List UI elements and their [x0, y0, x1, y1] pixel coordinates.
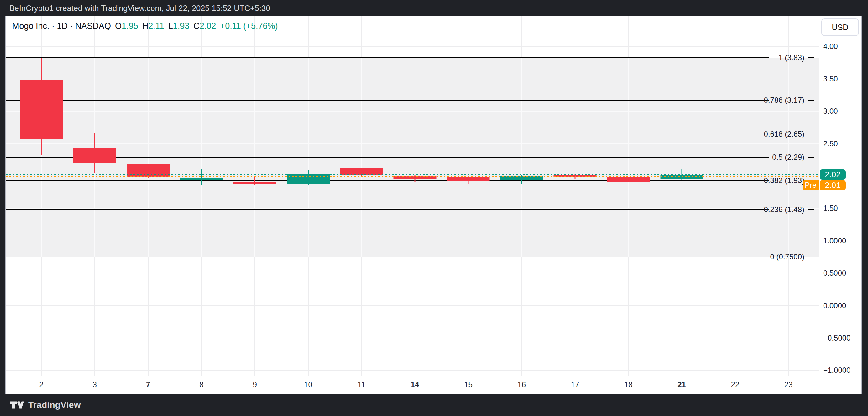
symbol-title: Mogo Inc. · 1D · NASDAQ [12, 21, 111, 31]
horizontal-gridline-band [6, 208, 819, 209]
tradingview-snapshot: BeInCrypto1 created with TradingView.com… [0, 0, 868, 416]
candle-body [607, 177, 650, 182]
horizontal-gridline-band [6, 111, 819, 111]
ohlc-close: C2.02 [193, 21, 216, 31]
time-axis-label: 10 [304, 380, 312, 389]
price-axis-label: −0.5000 [823, 333, 850, 342]
price-axis-label: 4.00 [823, 42, 838, 51]
fib-level-tick [808, 257, 814, 257]
time-axis-label: 23 [784, 380, 793, 389]
price-axis-label: 1.0000 [823, 236, 846, 245]
attribution-bar: BeInCrypto1 created with TradingView.com… [0, 0, 868, 16]
time-axis-label: 15 [464, 380, 472, 389]
price-axis-label: 1.50 [823, 204, 838, 213]
last-price-badge[interactable]: 2.02 [820, 169, 846, 180]
chart-legend: Mogo Inc. · 1D · NASDAQ O1.95 H2.11 L1.9… [12, 21, 278, 31]
time-axis-label: 7 [146, 380, 150, 389]
ohlc-open: O1.95 [115, 21, 138, 31]
fib-level-label: 1 (3.83) [778, 53, 814, 62]
candle-body [500, 176, 543, 181]
chart-card: Mogo Inc. · 1D · NASDAQ O1.95 H2.11 L1.9… [6, 16, 861, 394]
price-chart-plot[interactable]: Mogo Inc. · 1D · NASDAQ O1.95 H2.11 L1.9… [6, 16, 819, 376]
time-axis-label: 16 [517, 380, 526, 389]
candle-body [73, 148, 116, 162]
fib-level-line[interactable] [6, 157, 769, 158]
attribution-text: BeInCrypto1 created with TradingView.com… [9, 4, 271, 13]
fib-level-tick [808, 134, 814, 134]
candle-body [447, 177, 490, 181]
horizontal-gridline-band [6, 241, 819, 241]
time-axis-label: 14 [411, 380, 419, 389]
fib-level-text: 0.786 (3.17) [764, 96, 804, 105]
fib-level-line[interactable] [6, 134, 769, 134]
price-axis-label: 2.50 [823, 139, 838, 148]
fib-level-label: 0 (0.7500) [770, 253, 814, 261]
fib-level-text: 0.5 (2.29) [772, 153, 804, 162]
candle-body [127, 164, 169, 177]
price-axis-label: 3.50 [823, 74, 838, 83]
fib-level-tick [808, 57, 814, 58]
price-axis-label: 0.0000 [823, 301, 846, 310]
candle-body [234, 182, 276, 184]
time-axis-label: 17 [571, 380, 580, 389]
currency-toggle-button[interactable]: USD [821, 19, 859, 36]
premarket-tag-badge[interactable]: Pre [803, 180, 819, 190]
fib-level-label: 0.236 (1.48) [764, 205, 814, 214]
fib-level-line[interactable] [6, 257, 769, 257]
premarket-price-badge[interactable]: 2.01 [820, 180, 846, 190]
footer-brand[interactable]: TradingView [28, 400, 81, 410]
fib-level-text: 0.382 (1.93) [764, 176, 804, 185]
time-axis-label: 8 [199, 380, 204, 389]
fib-level-text: 1 (3.83) [778, 53, 804, 62]
fib-level-text: 0.618 (2.65) [764, 130, 804, 138]
time-axis-label: 22 [731, 380, 740, 389]
last-price-line [6, 174, 819, 175]
footer-bar: TradingView [0, 394, 868, 416]
horizontal-gridline [6, 306, 819, 306]
tradingview-logo-icon[interactable] [9, 401, 24, 410]
horizontal-gridline-band [6, 143, 819, 144]
fib-level-text: 0 (0.7500) [770, 253, 804, 261]
premarket-price-line [6, 176, 819, 177]
candle-wick [201, 169, 202, 185]
fib-level-line[interactable] [6, 100, 769, 101]
time-axis-label: 2 [39, 380, 43, 389]
price-axis-label: 3.00 [823, 107, 838, 116]
ohlc-low: L1.93 [168, 21, 190, 31]
fib-level-label: 0.618 (2.65) [764, 130, 814, 138]
candle-body [180, 178, 223, 180]
time-axis-label: 11 [358, 380, 365, 389]
fib-level-line[interactable] [6, 57, 769, 58]
price-change: +0.11 (+5.76%) [220, 21, 278, 31]
fib-level-label: 0.786 (3.17) [764, 96, 814, 105]
horizontal-gridline [6, 273, 819, 274]
time-axis-label: 9 [253, 380, 257, 389]
fib-level-tick [808, 100, 814, 101]
time-axis-label: 18 [624, 380, 633, 389]
horizontal-gridline [6, 370, 819, 371]
horizontal-gridline-band [6, 78, 819, 79]
time-axis-label: 21 [678, 380, 686, 389]
price-axis-label: 0.5000 [823, 269, 846, 278]
fib-level-line[interactable] [6, 180, 769, 181]
horizontal-gridline [6, 338, 819, 338]
ohlc-high: H2.11 [142, 21, 164, 31]
price-axis[interactable]: USD 4.003.503.002.501.501.00000.50000.00… [819, 16, 861, 376]
fib-level-text: 0.236 (1.48) [764, 205, 804, 214]
fib-level-tick [808, 157, 814, 158]
fib-level-tick [808, 209, 814, 210]
price-axis-label: −1.0000 [823, 366, 850, 375]
time-axis-label: 3 [93, 380, 97, 389]
fib-level-label: 0.5 (2.29) [772, 153, 814, 162]
horizontal-gridline [6, 46, 819, 47]
candle-body [20, 80, 63, 139]
candle-body [287, 173, 330, 184]
time-axis[interactable]: 2378910111415161718212223 [6, 376, 861, 394]
fib-level-line[interactable] [6, 209, 769, 210]
